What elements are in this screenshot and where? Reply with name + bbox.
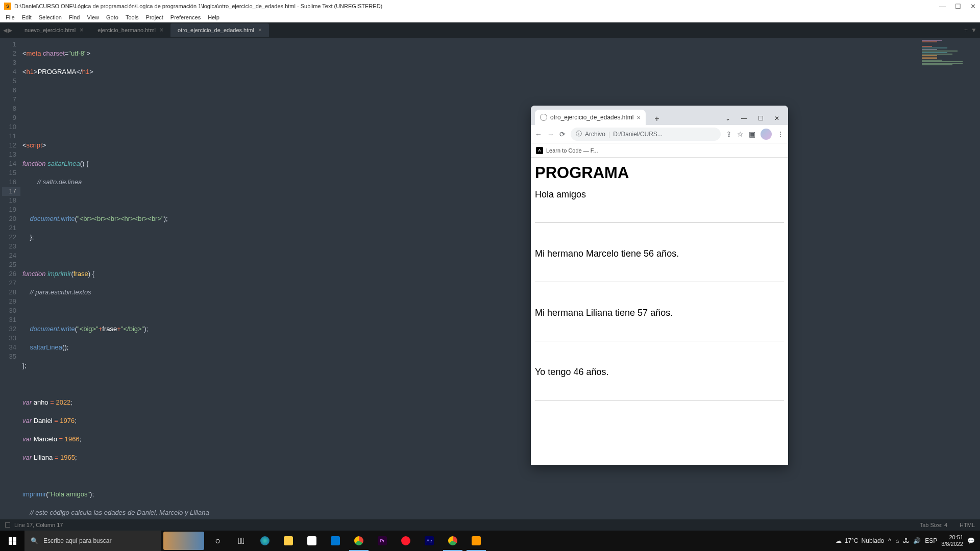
opera-icon[interactable]: [394, 531, 418, 551]
taskbar-clock[interactable]: 20:51 3/8/2022: [941, 534, 963, 547]
menu-edit[interactable]: Edit: [18, 13, 35, 21]
minimap[interactable]: [922, 40, 978, 142]
task-view-icon[interactable]: �⃞: [230, 531, 253, 551]
browser-menu-icon[interactable]: ⋮: [777, 130, 784, 138]
network-icon[interactable]: 🖧: [903, 537, 909, 544]
clock-time: 20:51: [941, 534, 963, 541]
menu-tools[interactable]: Tools: [122, 13, 142, 21]
addr-prefix: Archivo: [585, 131, 605, 138]
tab-close-icon[interactable]: ×: [80, 27, 83, 34]
taskbar-search[interactable]: 🔍 Escribe aquí para buscar: [24, 531, 161, 551]
sublime-icon[interactable]: [464, 531, 488, 551]
menu-view[interactable]: View: [83, 13, 103, 21]
page-h1: PROGRAMA: [535, 164, 784, 182]
browser-tab[interactable]: otro_ejercicio_de_edades.html ×: [535, 110, 646, 125]
weather-condition: Nublado: [862, 537, 885, 544]
minimize-button[interactable]: —: [939, 3, 946, 10]
chrome-window: otro_ejercicio_de_edades.html × + ⌄ — ☐ …: [531, 106, 788, 465]
tab-ejercicio-hermano[interactable]: ejercicio_hermano.html ×: [90, 23, 170, 37]
edge-icon[interactable]: [253, 531, 277, 551]
tabbar: ◀ ▶ nuevo_ejercicio.html × ejercicio_her…: [0, 22, 980, 38]
page-text: Mi hermana Liliana tiene 57 años.: [535, 308, 673, 318]
browser-close-button[interactable]: ✕: [772, 115, 782, 122]
browser-toolbar: ← → ⟳ ⓘ Archivo | D:/Daniel/CURS... ⇪ ☆ …: [531, 125, 788, 143]
profile-avatar-icon[interactable]: [761, 129, 772, 140]
tab-add-icon[interactable]: +: [964, 27, 968, 34]
volume-icon[interactable]: 🔊: [913, 537, 921, 544]
menu-help[interactable]: Help: [204, 13, 223, 21]
window-title: D:\Daniel\CURSO ONE\Lógica de programaci…: [14, 3, 939, 9]
menu-find[interactable]: Find: [65, 13, 83, 21]
browser-back-icon[interactable]: ←: [535, 130, 542, 138]
premiere-icon[interactable]: Pr: [371, 531, 394, 551]
favicon-icon: [540, 114, 547, 121]
tab-label: nuevo_ejercicio.html: [24, 27, 76, 33]
tab-close-icon[interactable]: ×: [160, 27, 163, 34]
menubar: File Edit Selection Find View Goto Tools…: [0, 12, 980, 22]
statusbar-panel-icon[interactable]: [5, 522, 10, 528]
browser-minimize-button[interactable]: —: [739, 115, 749, 122]
windows-taskbar: 🔍 Escribe aquí para buscar ○ �⃞ Pr Ae ☁ …: [0, 531, 980, 551]
tab-nuevo-ejercicio[interactable]: nuevo_ejercicio.html ×: [17, 23, 90, 37]
cortana-icon[interactable]: ○: [206, 531, 230, 551]
search-icon: 🔍: [31, 537, 38, 544]
tab-dropdown-icon[interactable]: ▼: [971, 27, 977, 34]
page-text: Hola amigos: [535, 189, 586, 199]
weather-cloud-icon: ☁: [836, 537, 842, 544]
browser-tab-title: otro_ejercicio_de_edades.html: [550, 114, 633, 121]
menu-preferences[interactable]: Preferences: [167, 13, 204, 21]
mail-icon[interactable]: [324, 531, 347, 551]
addr-path: D:/Daniel/CURS...: [613, 131, 663, 138]
close-button[interactable]: ✕: [970, 3, 976, 10]
browser-new-tab-button[interactable]: +: [651, 113, 663, 125]
microsoft-store-icon[interactable]: [300, 531, 324, 551]
news-widget[interactable]: [163, 532, 204, 550]
tray-chevron-icon[interactable]: ^: [888, 537, 891, 544]
clock-date: 3/8/2022: [941, 541, 963, 547]
browser-tabrow: otro_ejercicio_de_edades.html × + ⌄ — ☐ …: [531, 106, 788, 125]
page-text: Mi hermano Marcelo tiene 56 años.: [535, 248, 679, 259]
menu-project[interactable]: Project: [142, 13, 167, 21]
site-info-icon[interactable]: ⓘ: [576, 130, 582, 138]
tab-otro-ejercicio[interactable]: otro_ejercicio_de_edades.html ×: [170, 23, 269, 37]
tab-label: ejercicio_hermano.html: [97, 27, 156, 33]
start-button[interactable]: [0, 531, 24, 551]
share-icon[interactable]: ⇪: [726, 130, 732, 138]
chrome-icon-2[interactable]: [441, 531, 464, 551]
after-effects-icon[interactable]: Ae: [418, 531, 441, 551]
notifications-icon[interactable]: 💬: [967, 537, 975, 544]
address-bar[interactable]: ⓘ Archivo | D:/Daniel/CURS...: [571, 128, 721, 141]
chrome-icon[interactable]: [347, 531, 371, 551]
language-indicator[interactable]: ESP: [925, 537, 937, 544]
bookmark-star-icon[interactable]: ☆: [737, 130, 744, 138]
tab-label: otro_ejercicio_de_edades.html: [178, 27, 254, 33]
browser-tab-close-icon[interactable]: ×: [636, 114, 641, 121]
code-area[interactable]: <meta charset="utf-8"> <h1>PROGRAMA</h1>…: [20, 38, 980, 519]
browser-reload-icon[interactable]: ⟳: [559, 130, 566, 138]
bookmark-favicon-icon: A: [536, 147, 543, 154]
weather-widget[interactable]: ☁ 17°C Nublado: [836, 537, 885, 544]
menu-selection[interactable]: Selection: [35, 13, 65, 21]
onedrive-icon[interactable]: ⌂: [895, 537, 899, 544]
bookmarks-bar: A Learn to Code — F...: [531, 143, 788, 158]
menu-file[interactable]: File: [2, 13, 18, 21]
browser-maximize-button[interactable]: ☐: [755, 115, 766, 122]
browser-dropdown-icon[interactable]: ⌄: [723, 115, 733, 122]
weather-temp: 17°C: [845, 537, 859, 544]
tab-close-icon[interactable]: ×: [258, 27, 262, 34]
app-icon: S: [4, 3, 11, 10]
maximize-button[interactable]: ☐: [955, 3, 961, 10]
browser-forward-icon[interactable]: →: [547, 130, 554, 138]
line-number-gutter: 1234567891011121314151617181920212223242…: [0, 38, 20, 519]
window-titlebar: S D:\Daniel\CURSO ONE\Lógica de programa…: [0, 0, 980, 12]
windows-logo-icon: [9, 537, 16, 545]
file-explorer-icon[interactable]: [277, 531, 300, 551]
tab-nav-forward-icon[interactable]: ▶: [8, 27, 12, 34]
sidepanel-icon[interactable]: ▣: [749, 130, 755, 138]
search-placeholder: Escribe aquí para buscar: [43, 537, 111, 544]
browser-page-content: PROGRAMA Hola amigos Mi hermano Marcelo …: [531, 158, 788, 465]
bookmark-item[interactable]: Learn to Code — F...: [546, 147, 598, 154]
editor[interactable]: 1234567891011121314151617181920212223242…: [0, 38, 980, 519]
menu-goto[interactable]: Goto: [103, 13, 122, 21]
tab-nav-back-icon[interactable]: ◀: [3, 27, 7, 34]
